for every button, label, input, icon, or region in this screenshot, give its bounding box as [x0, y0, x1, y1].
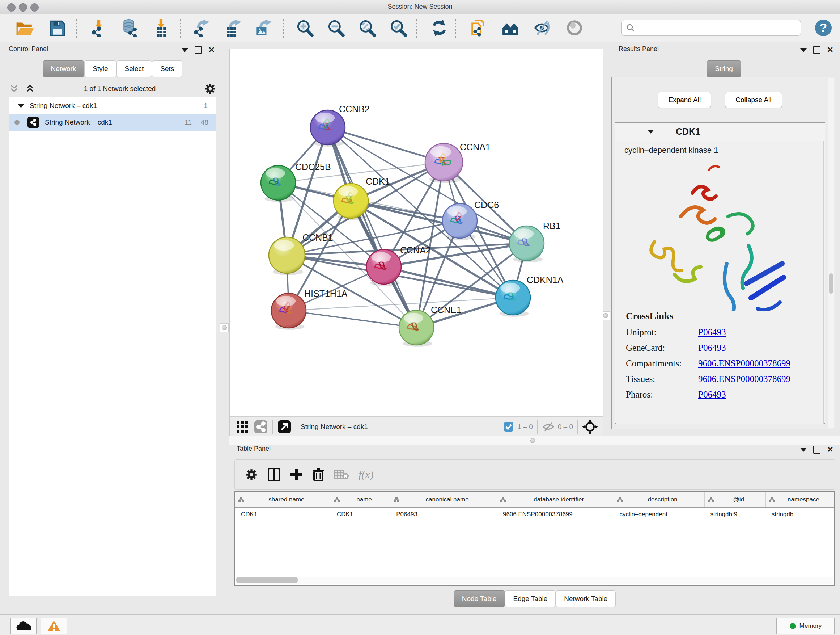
crosslink-label: Uniprot: — [616, 327, 698, 337]
tab-network[interactable]: Network — [43, 60, 85, 77]
column-header-description[interactable]: description — [614, 492, 705, 507]
node-CDKN1A[interactable]: CDKN1A — [496, 275, 564, 317]
results-menu-icon[interactable] — [800, 48, 807, 52]
collapse-all-icon[interactable] — [9, 83, 19, 94]
table-options-gear-icon[interactable] — [245, 468, 258, 481]
column-header-name[interactable]: name — [331, 492, 390, 507]
highlight-button[interactable] — [564, 18, 584, 38]
network-canvas[interactable]: CCNB2CCNA1CDC25BCDK1CDC6RB1CCNB1CCNA2CDK… — [230, 49, 603, 416]
open-file-button[interactable] — [14, 18, 35, 38]
network-collection-row[interactable]: String Network – cdk1 1 — [9, 97, 216, 114]
crosslink-row: Compartments:9606.ENSP00000378699 — [616, 358, 823, 369]
delete-column-icon[interactable] — [312, 467, 325, 482]
birds-eye-view-icon[interactable] — [277, 420, 292, 434]
panel-float-icon[interactable] — [195, 46, 202, 54]
table-close-icon[interactable]: ✕ — [827, 447, 834, 453]
expand-all-icon[interactable] — [25, 83, 35, 94]
search-input[interactable] — [622, 20, 801, 36]
zoom-selected-button[interactable] — [388, 18, 408, 38]
results-close-icon[interactable]: ✕ — [827, 47, 834, 53]
collapse-all-button[interactable]: Collapse All — [725, 92, 782, 108]
node-CCNB2[interactable]: CCNB2 — [310, 104, 370, 147]
cell-shared-name[interactable]: CDK1 — [235, 508, 331, 521]
crosslink-link[interactable]: 9606.ENSP00000378699 — [698, 374, 790, 384]
cell-name[interactable]: CDK1 — [331, 508, 390, 521]
splitter-handle-dot[interactable] — [531, 438, 535, 443]
tab-node-table[interactable]: Node Table — [454, 591, 505, 607]
home-networks-button[interactable] — [501, 18, 521, 38]
selected-checkbox-icon[interactable] — [504, 422, 514, 432]
export-network-button[interactable] — [191, 18, 211, 38]
expand-all-button[interactable]: Expand All — [658, 92, 711, 108]
column-header-canonical-name[interactable]: canonical name — [390, 492, 497, 507]
edge-CCNA2-CDKN1A[interactable] — [384, 267, 513, 298]
table-float-icon[interactable] — [813, 446, 821, 454]
results-float-icon[interactable] — [813, 46, 821, 54]
edge-count: 48 — [201, 119, 208, 126]
network-thumbnail-icon[interactable] — [254, 420, 268, 434]
cell--id[interactable]: stringdb:9... — [704, 508, 766, 521]
tab-edge-table[interactable]: Edge Table — [505, 591, 556, 607]
crosslink-row: GeneCard:P06493 — [616, 343, 823, 353]
results-scrollbar[interactable] — [828, 78, 834, 428]
node-label-CDKN1A: CDKN1A — [527, 275, 564, 285]
warnings-button[interactable] — [41, 618, 67, 634]
table-hscrollbar-thumb[interactable] — [236, 577, 298, 583]
import-network-database-button[interactable] — [119, 18, 140, 38]
column-header--id[interactable]: @id — [705, 492, 766, 507]
zoom-fit-button[interactable] — [357, 18, 377, 38]
search-field[interactable] — [635, 24, 788, 32]
fit-content-crosshair-icon[interactable] — [582, 419, 598, 435]
warning-icon — [47, 620, 61, 632]
crosslink-link[interactable]: 9606.ENSP00000378699 — [698, 358, 790, 369]
column-header-shared-name[interactable]: shared name — [235, 492, 331, 507]
network-list-options-gear-icon[interactable] — [204, 82, 216, 95]
column-header-database-identifier[interactable]: database identifier — [497, 492, 614, 507]
import-table-button[interactable] — [151, 18, 172, 38]
panel-close-icon[interactable]: ✕ — [208, 47, 215, 53]
panel-menu-icon[interactable] — [182, 48, 188, 52]
export-image-button[interactable] — [253, 18, 273, 38]
network-row[interactable]: String Network – cdk1 11 48 — [9, 114, 216, 131]
column-header-namespace[interactable]: namespace — [766, 492, 834, 507]
tab-style[interactable]: Style — [84, 60, 116, 77]
node-CDK1[interactable]: CDK1 — [333, 176, 390, 220]
table-panel-splitter[interactable] — [229, 436, 840, 445]
results-scrollbar-thumb[interactable] — [829, 273, 833, 294]
node-RB1[interactable]: RB1 — [509, 221, 561, 263]
zoom-in-button[interactable] — [294, 18, 315, 38]
left-splitter-handle[interactable] — [220, 323, 229, 332]
table-hscrollbar[interactable] — [236, 577, 833, 584]
section-collapse-icon[interactable] — [647, 130, 654, 134]
tab-string[interactable]: String — [706, 60, 741, 77]
protein-section-header[interactable]: CDK1 — [615, 123, 825, 141]
export-table-button[interactable] — [222, 18, 242, 38]
cell-canonical-name[interactable]: P06493 — [390, 508, 497, 521]
table-menu-icon[interactable] — [800, 448, 807, 452]
zoom-out-button[interactable] — [325, 18, 346, 38]
cell-description[interactable]: cyclin–dependent ... — [614, 508, 705, 521]
crosslink-link[interactable]: P06493 — [698, 343, 726, 353]
node-CDC25B[interactable]: CDC25B — [261, 162, 331, 202]
tab-sets[interactable]: Sets — [152, 60, 182, 77]
clone-network-button[interactable] — [468, 18, 488, 38]
hide-panel-button[interactable] — [532, 18, 553, 38]
help-button[interactable]: ? — [813, 18, 834, 38]
save-session-button[interactable] — [47, 18, 67, 38]
tab-select[interactable]: Select — [117, 60, 152, 77]
crosslink-link[interactable]: P06493 — [698, 390, 726, 400]
cell-namespace[interactable]: stringdb — [766, 508, 834, 521]
refresh-button[interactable] — [429, 18, 449, 38]
table-row[interactable]: CDK1CDK1P064939606.ENSP00000378699cyclin… — [235, 508, 834, 521]
show-columns-icon[interactable] — [267, 467, 280, 482]
crosslink-link[interactable]: P06493 — [698, 327, 726, 337]
memory-button[interactable]: Memory — [776, 618, 835, 634]
edge-CCNE1-HIST1H1A[interactable] — [289, 310, 416, 328]
tab-network-table[interactable]: Network Table — [556, 591, 616, 607]
import-network-file-button[interactable] — [88, 18, 109, 38]
add-column-icon[interactable] — [290, 468, 303, 481]
tree-expand-icon[interactable] — [17, 103, 25, 108]
cloud-button[interactable] — [10, 618, 37, 634]
cell-database-identifier[interactable]: 9606.ENSP00000378699 — [497, 508, 614, 521]
grid-view-icon[interactable] — [235, 420, 249, 434]
